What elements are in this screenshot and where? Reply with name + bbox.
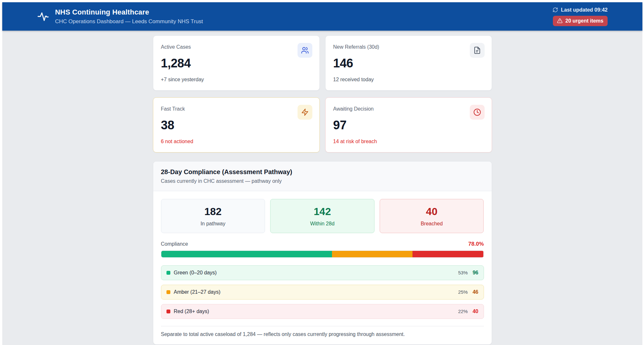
card-label: Fast Track bbox=[161, 106, 312, 112]
compliance-percentage: 78.0% bbox=[468, 241, 484, 247]
app-title: NHS Continuing Healthcare bbox=[55, 8, 203, 16]
header-brand: NHS Continuing Healthcare CHC Operations… bbox=[37, 8, 203, 25]
legend-row-amber: Amber (21–27 days) 25% 46 bbox=[161, 285, 484, 300]
legend-percent: 25% bbox=[458, 289, 468, 295]
app-header: NHS Continuing Healthcare CHC Operations… bbox=[2, 2, 642, 31]
icon-chip bbox=[470, 43, 485, 58]
stat-box-breached: 40 Breached bbox=[380, 199, 484, 233]
app-subtitle: CHC Operations Dashboard — Leeds Communi… bbox=[55, 18, 203, 25]
clock-icon bbox=[473, 108, 481, 116]
compliance-bar-label: Compliance bbox=[161, 241, 188, 247]
file-text-icon bbox=[473, 46, 481, 54]
stat-value: 142 bbox=[314, 206, 331, 218]
urgent-badge-label: 20 urgent items bbox=[565, 18, 603, 24]
compliance-panel-header: 28-Day Compliance (Assessment Pathway) C… bbox=[153, 162, 492, 191]
legend-label: Green (0–20 days) bbox=[174, 270, 217, 276]
bar-segment-amber bbox=[332, 251, 412, 257]
legend-count: 96 bbox=[473, 270, 478, 276]
compliance-panel: 28-Day Compliance (Assessment Pathway) C… bbox=[153, 161, 492, 345]
legend-count: 46 bbox=[473, 289, 478, 295]
stat-value: 40 bbox=[426, 206, 438, 218]
stat-value: 182 bbox=[204, 206, 222, 218]
compliance-bar bbox=[161, 251, 484, 258]
pathway-stats: 182 In pathway 142 Within 28d 40 Breache… bbox=[161, 199, 484, 233]
panel-footnote: Separate to total active caseload of 1,2… bbox=[161, 331, 484, 337]
card-label: Active Cases bbox=[161, 44, 312, 50]
bar-segment-green bbox=[161, 251, 332, 257]
legend-percent: 22% bbox=[458, 309, 468, 314]
kpi-cards-grid: Active Cases 1,284 +7 since yesterday Ne… bbox=[153, 35, 492, 153]
last-updated-label: Last updated 09:42 bbox=[561, 7, 608, 13]
bar-segment-red bbox=[412, 251, 483, 257]
warning-triangle-icon bbox=[557, 18, 563, 24]
card-new-referrals: New Referrals (30d) 146 12 received toda… bbox=[325, 35, 492, 91]
card-value: 1,284 bbox=[161, 56, 312, 70]
stat-label: In pathway bbox=[201, 221, 225, 227]
card-fast-track: Fast Track 38 6 not actioned bbox=[153, 97, 320, 153]
card-note: 6 not actioned bbox=[161, 139, 312, 144]
legend-swatch-green bbox=[166, 271, 170, 275]
legend-swatch-amber bbox=[166, 290, 170, 294]
refresh-icon bbox=[553, 7, 558, 13]
users-icon bbox=[301, 46, 309, 54]
card-value: 97 bbox=[333, 118, 484, 132]
page-background: NHS Continuing Healthcare CHC Operations… bbox=[2, 2, 642, 345]
icon-chip bbox=[298, 105, 312, 120]
legend-row-red: Red (28+ days) 22% 40 bbox=[161, 304, 484, 319]
card-label: New Referrals (30d) bbox=[333, 44, 484, 50]
card-note: +7 since yesterday bbox=[161, 77, 312, 83]
card-active-cases: Active Cases 1,284 +7 since yesterday bbox=[153, 35, 320, 91]
stat-label: Breached bbox=[421, 221, 443, 227]
card-value: 38 bbox=[161, 118, 312, 132]
stat-label: Within 28d bbox=[310, 221, 335, 227]
legend-label: Red (28+ days) bbox=[174, 309, 209, 314]
card-label: Awaiting Decision bbox=[333, 106, 484, 112]
legend-count: 40 bbox=[473, 309, 478, 314]
icon-chip bbox=[470, 105, 485, 120]
card-awaiting-decision: Awaiting Decision 97 14 at risk of breac… bbox=[325, 97, 492, 153]
card-value: 146 bbox=[333, 56, 484, 70]
legend-swatch-red bbox=[166, 310, 170, 313]
stat-box-in-pathway: 182 In pathway bbox=[161, 199, 265, 233]
icon-chip bbox=[298, 43, 312, 58]
card-note: 14 at risk of breach bbox=[333, 139, 484, 144]
legend-row-green: Green (0–20 days) 53% 96 bbox=[161, 265, 484, 280]
rag-legend: Green (0–20 days) 53% 96 Amber (21–27 da… bbox=[161, 265, 484, 319]
legend-label: Amber (21–27 days) bbox=[174, 289, 221, 295]
activity-pulse-icon bbox=[37, 10, 49, 23]
panel-title: 28-Day Compliance (Assessment Pathway) bbox=[161, 168, 484, 176]
zap-icon bbox=[301, 108, 309, 116]
last-updated-status: Last updated 09:42 bbox=[553, 7, 608, 13]
panel-subtitle: Cases currently in CHC assessment — path… bbox=[161, 178, 484, 184]
stat-box-within-28d: 142 Within 28d bbox=[270, 199, 374, 233]
urgent-items-badge[interactable]: 20 urgent items bbox=[553, 16, 608, 26]
divider bbox=[161, 326, 484, 326]
legend-percent: 53% bbox=[458, 270, 468, 275]
card-note: 12 received today bbox=[333, 77, 484, 83]
